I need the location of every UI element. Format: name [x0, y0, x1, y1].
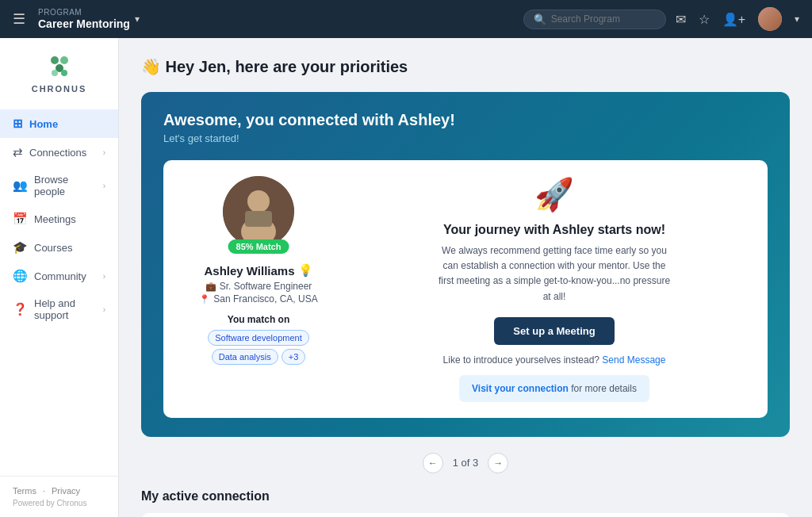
sidebar-item-home[interactable]: ⊞ Home [0, 109, 118, 138]
priority-card: Awesome, you connected with Ashley! Let'… [141, 92, 790, 437]
program-block: PROGRAM Career Mentoring [38, 8, 130, 31]
match-badge: 85% Match [228, 239, 289, 254]
mentor-avatar [223, 176, 294, 247]
visit-connection-suffix: for more details [569, 383, 637, 394]
tag-data[interactable]: Data analysis [212, 349, 278, 365]
svg-point-6 [247, 190, 270, 213]
mentor-badge-icon: 💡 [298, 263, 313, 278]
connections-chevron-icon: › [103, 148, 105, 157]
location-icon: 📍 [199, 294, 210, 304]
sidebar-item-label: Browse people [34, 174, 97, 197]
send-message-link[interactable]: Send Message [602, 354, 665, 366]
browse-icon: 👥 [13, 178, 28, 193]
sidebar-item-label: Community [34, 270, 86, 282]
user-avatar[interactable] [758, 7, 782, 31]
mail-icon[interactable]: ✉ [676, 12, 686, 27]
main-content: 👋 Hey Jen, here are your priorities Awes… [119, 38, 812, 517]
footer-links: Terms · Privacy [13, 486, 105, 496]
search-bar[interactable]: 🔍 [523, 10, 666, 29]
active-connection-title: My active connection [141, 489, 790, 504]
pagination-prev-button[interactable]: ← [423, 453, 443, 473]
mentor-profile: 85% Match Ashley Williams 💡 💼 Sr. Softwa… [179, 176, 338, 402]
journey-section: 🚀 Your journey with Ashley starts now! W… [357, 176, 752, 402]
sidebar-item-courses[interactable]: 🎓 Courses [0, 233, 118, 262]
help-chevron-icon: › [103, 305, 105, 314]
add-user-icon[interactable]: 👤+ [722, 12, 745, 27]
journey-title: Your journey with Ashley starts now! [443, 223, 665, 237]
mentor-location: 📍 San Francisco, CA, USA [199, 293, 317, 304]
sidebar-logo-name: CHRONUS [32, 84, 87, 94]
community-chevron-icon: › [103, 272, 105, 281]
sidebar-item-label: Connections [29, 147, 86, 159]
connections-icon: ⇄ [13, 145, 23, 159]
match-label: You match on [179, 314, 338, 325]
program-label: PROGRAM [38, 8, 130, 17]
sidebar-footer: Terms · Privacy Powered by Chronus [0, 476, 118, 517]
chronus-logo-icon [44, 51, 75, 82]
setup-meeting-button[interactable]: Set up a Meeting [494, 317, 614, 345]
community-icon: 🌐 [13, 269, 28, 283]
pagination: ← 1 of 3 → [141, 453, 790, 473]
svg-rect-8 [245, 211, 272, 227]
sidebar-item-label: Courses [34, 242, 72, 254]
svg-point-1 [60, 56, 68, 64]
mentor-title: 💼 Sr. Software Engineer [205, 281, 312, 292]
terms-link[interactable]: Terms [13, 486, 36, 496]
svg-point-3 [52, 70, 58, 76]
mentor-match-section: You match on Software development Data a… [179, 314, 338, 365]
program-area: PROGRAM Career Mentoring ▾ [38, 8, 140, 31]
visit-connection-link[interactable]: Visit your connection [472, 383, 569, 394]
main-layout: CHRONUS ⊞ Home ⇄ Connections › 👥 Browse … [0, 38, 812, 517]
program-chevron-icon[interactable]: ▾ [135, 13, 140, 25]
privacy-link[interactable]: Privacy [52, 486, 80, 496]
priority-card-subtitle: Let's get started! [163, 132, 768, 144]
sidebar-item-label: Help and support [34, 297, 97, 321]
sidebar-item-label: Meetings [34, 213, 76, 225]
topnav: ☰ PROGRAM Career Mentoring ▾ 🔍 ✉ ☆ 👤+ ▾ [0, 0, 812, 38]
meetings-icon: 📅 [13, 212, 28, 226]
visit-connection-banner[interactable]: Visit your connection for more details [459, 375, 649, 402]
footer-separator: · [43, 486, 45, 496]
search-input[interactable] [551, 13, 656, 25]
topnav-icons: ✉ ☆ 👤+ ▾ [676, 7, 799, 31]
star-icon[interactable]: ☆ [699, 12, 710, 27]
home-icon: ⊞ [13, 117, 23, 131]
sidebar: CHRONUS ⊞ Home ⇄ Connections › 👥 Browse … [0, 38, 119, 517]
tag-more[interactable]: +3 [282, 349, 306, 365]
svg-point-0 [51, 56, 59, 64]
powered-by: Powered by Chronus [13, 499, 105, 507]
browse-chevron-icon: › [103, 182, 105, 190]
pagination-text: 1 of 3 [453, 457, 479, 469]
sidebar-logo: CHRONUS [0, 51, 118, 109]
avatar-chevron-icon[interactable]: ▾ [795, 13, 799, 25]
sidebar-item-meetings[interactable]: 📅 Meetings [0, 205, 118, 233]
avatar-container: 85% Match [223, 176, 294, 247]
sidebar-item-connections[interactable]: ⇄ Connections › [0, 138, 118, 167]
courses-icon: 🎓 [13, 240, 28, 255]
help-icon: ❓ [13, 302, 28, 316]
mentor-name: Ashley Williams 💡 [204, 263, 312, 278]
mentor-avatar-image [223, 176, 294, 247]
sidebar-item-label: Home [29, 118, 58, 130]
pagination-next-button[interactable]: → [488, 453, 508, 473]
journey-description: We always recommend getting face time ea… [435, 243, 673, 304]
active-connection-card[interactable]: Ashley Williams Set up a meeting › [141, 513, 790, 517]
sidebar-nav: ⊞ Home ⇄ Connections › 👥 Browse people ›… [0, 109, 118, 476]
program-name: Career Mentoring [38, 17, 130, 31]
sidebar-item-community[interactable]: 🌐 Community › [0, 262, 118, 290]
svg-point-4 [61, 70, 67, 76]
avatar-image [758, 7, 782, 31]
hamburger-icon[interactable]: ☰ [13, 10, 25, 28]
introduce-text: Like to introduce yourselves instead? Se… [443, 354, 666, 366]
rocket-icon: 🚀 [534, 176, 574, 213]
sidebar-item-help[interactable]: ❓ Help and support › [0, 290, 118, 328]
tag-software[interactable]: Software development [208, 330, 308, 346]
search-icon: 🔍 [534, 13, 546, 25]
page-greeting: 👋 Hey Jen, here are your priorities [141, 57, 790, 76]
sidebar-item-browse[interactable]: 👥 Browse people › [0, 167, 118, 205]
priority-card-title: Awesome, you connected with Ashley! [163, 111, 768, 129]
connection-inner-card: 85% Match Ashley Williams 💡 💼 Sr. Softwa… [163, 160, 768, 418]
briefcase-icon: 💼 [205, 281, 216, 292]
tag-list: Software development Data analysis +3 [179, 330, 338, 365]
